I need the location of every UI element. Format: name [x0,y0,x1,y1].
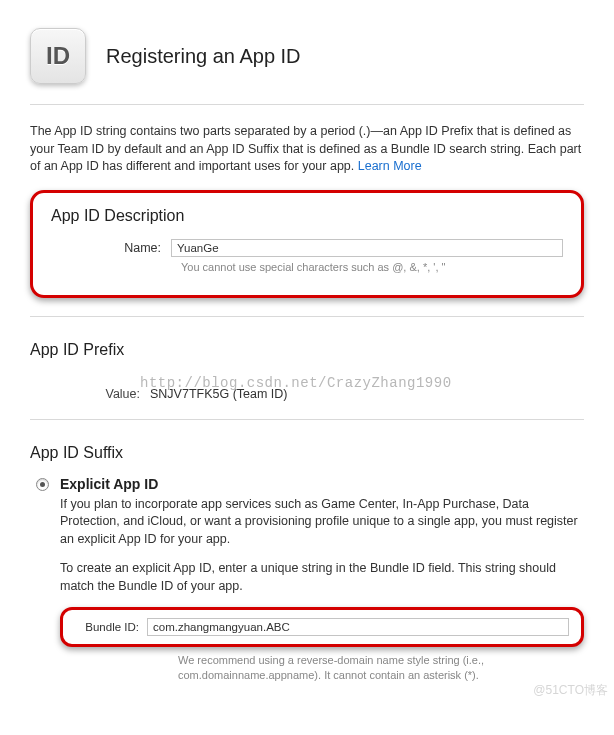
name-hint: You cannot use special characters such a… [181,261,563,273]
prefix-value-text: SNJV7TFK5G (Team ID) [150,387,288,401]
name-input[interactable] [171,239,563,257]
divider [30,419,584,420]
prefix-value-row: Value: SNJV7TFK5G (Team ID) [30,387,584,401]
intro-paragraph: The App ID string contains two parts sep… [30,123,584,176]
learn-more-link[interactable]: Learn More [358,159,422,173]
bundle-id-section: Bundle ID: [60,607,584,647]
app-id-prefix-section: App ID Prefix http://blog.csdn.net/Crazy… [30,341,584,401]
app-id-suffix-section: App ID Suffix Explicit App ID If you pla… [30,444,584,683]
intro-text: The App ID string contains two parts sep… [30,124,581,173]
name-label: Name: [51,241,171,255]
bundle-id-input[interactable] [147,618,569,636]
app-id-description-section: App ID Description Name: You cannot use … [30,190,584,298]
footer-watermark: @51CTO博客 [533,682,608,699]
explicit-radio[interactable] [36,478,49,491]
divider [30,104,584,105]
divider [30,316,584,317]
prefix-value-label: Value: [30,387,150,401]
suffix-heading: App ID Suffix [30,444,584,462]
page-header: ID Registering an App ID [30,28,584,84]
app-id-icon: ID [30,28,86,84]
explicit-title: Explicit App ID [60,476,584,492]
bundle-id-hint: We recommend using a reverse-domain name… [178,653,584,683]
prefix-heading: App ID Prefix [30,341,584,359]
page-title: Registering an App ID [106,45,301,68]
explicit-desc-2: To create an explicit App ID, enter a un… [60,560,584,595]
explicit-desc-1: If you plan to incorporate app services … [60,496,584,549]
description-heading: App ID Description [51,207,563,225]
explicit-app-id-option: Explicit App ID If you plan to incorpora… [60,476,584,683]
name-row: Name: [51,239,563,257]
bundle-id-label: Bundle ID: [75,621,147,633]
